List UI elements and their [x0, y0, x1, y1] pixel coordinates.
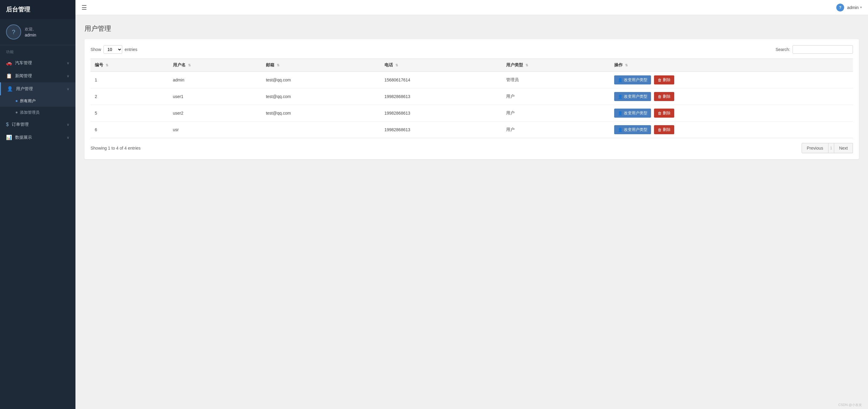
topbar-left: ☰	[82, 4, 87, 11]
cell-username: user1	[169, 89, 262, 105]
table-body: 1 admin test@qq.com 15680617614 管理员 👤 改变…	[91, 72, 853, 138]
cell-email: test@qq.com	[262, 105, 380, 122]
cell-username: admin	[169, 72, 262, 89]
trash-icon: 🗑	[658, 111, 661, 115]
chevron-down-icon: ∨	[67, 87, 69, 91]
sidebar-item-order-label: 订单管理	[12, 122, 29, 127]
cell-type: 用户	[502, 89, 610, 105]
sidebar-item-car[interactable]: 🚗 汽车管理 ∨	[0, 57, 75, 69]
table-footer: Showing 1 to 4 of 4 entries Previous 1 N…	[91, 143, 853, 153]
footer: CSDN @小友友	[75, 401, 868, 409]
table-controls: Show 10 25 50 100 entries Search:	[91, 45, 853, 54]
cell-email	[262, 122, 380, 138]
sort-icon: ⇅	[625, 63, 628, 67]
order-icon: $	[6, 122, 9, 127]
sidebar-item-user-label: 用户管理	[16, 86, 33, 92]
sort-icon: ⇅	[188, 63, 191, 67]
sort-icon: ⇅	[277, 63, 279, 67]
cell-action: 👤 改变用户类型 🗑 删除	[610, 72, 853, 89]
chevron-down-icon: ∨	[67, 74, 69, 78]
change-type-button[interactable]: 👤 改变用户类型	[614, 125, 651, 134]
cell-email: test@qq.com	[262, 89, 380, 105]
chevron-down-icon: ∨	[67, 61, 69, 65]
cell-username: usr	[169, 122, 262, 138]
table-row: 6 usr 19982868613 用户 👤 改变用户类型 🗑 删除	[91, 122, 853, 138]
user-change-icon: 👤	[618, 128, 623, 132]
chevron-down-icon: ∨	[67, 135, 69, 140]
cell-email: test@qq.com	[262, 72, 380, 89]
cell-id: 5	[91, 105, 169, 122]
topbar-right: ? admin ▾	[836, 4, 862, 11]
dot-icon	[16, 100, 18, 102]
topbar: ☰ ? admin ▾	[75, 0, 868, 15]
delete-button[interactable]: 🗑 删除	[654, 92, 674, 101]
pagination: Previous 1 Next	[802, 143, 853, 153]
showing-text: Showing 1 to 4 of 4 entries	[91, 146, 141, 150]
entries-select[interactable]: 10 25 50 100	[103, 45, 122, 54]
table-row: 5 user2 test@qq.com 19982868613 用户 👤 改变用…	[91, 105, 853, 122]
next-button[interactable]: Next	[834, 143, 853, 153]
page-title: 用户管理	[85, 24, 859, 33]
sidebar-menu: 🚗 汽车管理 ∨ 📋 新闻管理 ∨ 👤 用户管理 ∨ 所有用户	[0, 57, 75, 144]
help-button[interactable]: ?	[836, 4, 844, 11]
cell-id: 2	[91, 89, 169, 105]
car-icon: 🚗	[6, 60, 12, 66]
cell-type: 管理员	[502, 72, 610, 89]
cell-type: 用户	[502, 122, 610, 138]
entries-label: entries	[125, 47, 137, 52]
cell-phone: 15680617614	[380, 72, 502, 89]
main-area: ☰ ? admin ▾ 用户管理 Show 10 25 50 100	[75, 0, 868, 409]
delete-button[interactable]: 🗑 删除	[654, 125, 674, 134]
sidebar-item-data[interactable]: 📊 数据展示 ∨	[0, 131, 75, 144]
cell-action: 👤 改变用户类型 🗑 删除	[610, 105, 853, 122]
table-header-row: 编号 ⇅ 用户名 ⇅ 邮箱 ⇅ 电话 ⇅	[91, 59, 853, 72]
avatar: ?	[6, 25, 21, 39]
sidebar-section-label: 功能	[0, 45, 75, 57]
table-card: Show 10 25 50 100 entries Search:	[85, 39, 859, 159]
search-box: Search:	[776, 45, 853, 54]
prev-button[interactable]: Previous	[802, 143, 828, 153]
user-icon: 👤	[7, 86, 13, 92]
delete-button[interactable]: 🗑 删除	[654, 109, 674, 117]
cell-phone: 19982868613	[380, 89, 502, 105]
users-table: 编号 ⇅ 用户名 ⇅ 邮箱 ⇅ 电话 ⇅	[91, 59, 853, 138]
cell-phone: 19982868613	[380, 122, 502, 138]
col-id: 编号 ⇅	[91, 59, 169, 72]
topbar-user-menu[interactable]: admin ▾	[847, 5, 862, 10]
chevron-down-icon: ▾	[860, 5, 862, 9]
cell-phone: 19982868613	[380, 105, 502, 122]
menu-toggle-button[interactable]: ☰	[82, 4, 87, 11]
table-row: 1 admin test@qq.com 15680617614 管理员 👤 改变…	[91, 72, 853, 89]
col-email: 邮箱 ⇅	[262, 59, 380, 72]
change-type-button[interactable]: 👤 改变用户类型	[614, 92, 651, 101]
sort-icon: ⇅	[525, 63, 528, 67]
col-username: 用户名 ⇅	[169, 59, 262, 72]
sidebar-subitem-add-admin[interactable]: 添加管理员	[0, 107, 75, 118]
cell-username: user2	[169, 105, 262, 122]
col-phone: 电话 ⇅	[380, 59, 502, 72]
change-type-button[interactable]: 👤 改变用户类型	[614, 109, 651, 117]
sidebar-subitem-all-users-label: 所有用户	[20, 98, 36, 104]
sidebar-subitem-all-users[interactable]: 所有用户	[0, 95, 75, 107]
search-input[interactable]	[793, 45, 853, 54]
cell-action: 👤 改变用户类型 🗑 删除	[610, 122, 853, 138]
sidebar-item-order[interactable]: $ 订单管理 ∨	[0, 118, 75, 131]
content-area: 用户管理 Show 10 25 50 100 entries Search:	[75, 15, 868, 401]
change-type-button[interactable]: 👤 改变用户类型	[614, 75, 651, 84]
show-entries: Show 10 25 50 100 entries	[91, 45, 137, 54]
user-change-icon: 👤	[618, 78, 623, 82]
col-action: 操作 ⇅	[610, 59, 853, 72]
sidebar-user-section: ? 欢迎, admin	[0, 19, 75, 45]
trash-icon: 🗑	[658, 128, 661, 132]
user-change-icon: 👤	[618, 94, 623, 99]
sidebar-subitem-add-admin-label: 添加管理员	[20, 110, 39, 115]
sidebar-username: admin	[25, 33, 36, 37]
col-type: 用户类型 ⇅	[502, 59, 610, 72]
cell-id: 1	[91, 72, 169, 89]
trash-icon: 🗑	[658, 94, 661, 99]
sidebar-item-car-label: 汽车管理	[15, 60, 32, 66]
sidebar-item-user[interactable]: 👤 用户管理 ∨	[0, 82, 75, 95]
sort-icon: ⇅	[395, 63, 398, 67]
delete-button[interactable]: 🗑 删除	[654, 75, 674, 84]
sidebar-item-news[interactable]: 📋 新闻管理 ∨	[0, 69, 75, 82]
